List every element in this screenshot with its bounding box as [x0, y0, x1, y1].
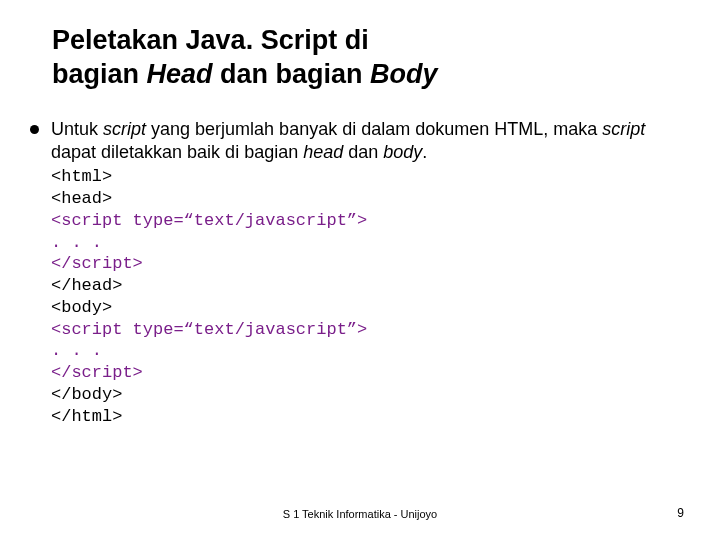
- bullet-icon: [30, 125, 39, 134]
- txt: dan: [343, 142, 383, 162]
- code-line: <html>: [51, 166, 684, 188]
- bullet-content: Untuk script yang berjumlah banyak di da…: [51, 118, 684, 428]
- txt: yang berjumlah banyak di dalam dokumen H…: [146, 119, 602, 139]
- code-line: </body>: [51, 384, 684, 406]
- code-line: . . .: [51, 340, 684, 362]
- txt-italic: script: [602, 119, 645, 139]
- footer: S 1 Teknik Informatika - Unijoyo 9: [0, 508, 720, 520]
- txt: Untuk: [51, 119, 103, 139]
- slide: Peletakan Java. Script di bagian Head da…: [0, 0, 720, 540]
- bullet-item: Untuk script yang berjumlah banyak di da…: [52, 118, 684, 428]
- bullet-text: Untuk script yang berjumlah banyak di da…: [51, 118, 684, 165]
- code-line: </head>: [51, 275, 684, 297]
- code-seg: </scr: [51, 254, 102, 273]
- title-line2-c: dan bagian: [213, 59, 371, 89]
- txt-italic: head: [303, 142, 343, 162]
- code-line: <body>: [51, 297, 684, 319]
- txt-italic: script: [103, 119, 146, 139]
- page-number: 9: [677, 506, 684, 520]
- txt: .: [422, 142, 427, 162]
- code-line: </script>: [51, 362, 684, 384]
- code-block: <html> <head> <script type=“text/javascr…: [51, 166, 684, 427]
- title-line2-a: bagian: [52, 59, 147, 89]
- title-body-word: Body: [370, 59, 438, 89]
- footer-text: S 1 Teknik Informatika - Unijoyo: [0, 508, 720, 520]
- title-line1: Peletakan Java. Script di: [52, 25, 369, 55]
- code-line: </html>: [51, 406, 684, 428]
- code-seg: ipt>: [102, 254, 143, 273]
- code-line: </script>: [51, 253, 684, 275]
- slide-title: Peletakan Java. Script di bagian Head da…: [52, 24, 684, 92]
- code-line: <head>: [51, 188, 684, 210]
- title-head-word: Head: [147, 59, 213, 89]
- code-seg: ipt>: [102, 363, 143, 382]
- txt: dapat diletakkan baik di bagian: [51, 142, 303, 162]
- code-line: . . .: [51, 232, 684, 254]
- txt-italic: body: [383, 142, 422, 162]
- code-seg: </scr: [51, 363, 102, 382]
- code-line: <script type=“text/javascript”>: [51, 210, 684, 232]
- code-line: <script type=“text/javascript”>: [51, 319, 684, 341]
